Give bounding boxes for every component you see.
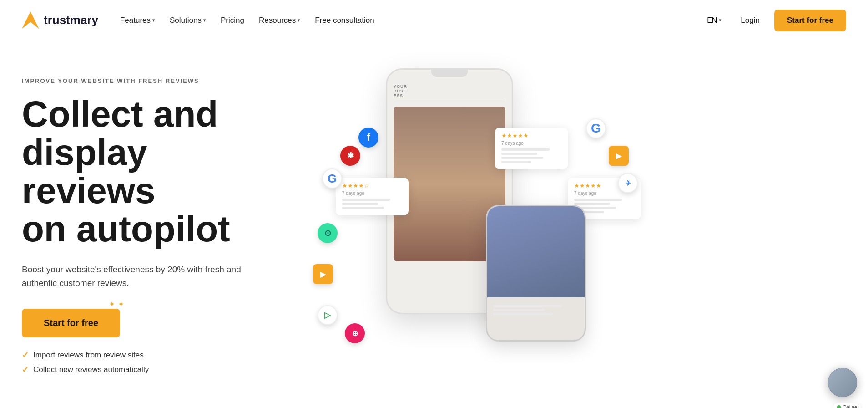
nav-start-button[interactable]: Start for free [774,10,846,31]
hero-start-button[interactable]: Start for free [22,309,120,337]
checkmark-icon: ✓ [22,350,29,360]
chat-online-badge: Online [833,403,861,408]
hero-left: IMPROVE YOUR WEBSITE WITH FRESH REVIEWS … [22,68,331,379]
logo-text: trustmary [44,13,98,27]
language-selector[interactable]: EN ▾ [702,14,726,27]
check-item-2: ✓ Collect new reviews automatically [22,365,149,375]
logo[interactable]: trustmary [22,12,98,29]
yelp-icon: ✱ [340,146,360,166]
hero-title: Collect and display reviews on autopilot [22,95,331,248]
hero-cta: Start for free ✓ Import reviews from rev… [22,309,331,379]
review-card-1: ★★★★★ 7 days ago [495,128,568,169]
chevron-down-icon: ▾ [298,17,300,23]
nav-solutions[interactable]: Solutions ▾ [164,12,212,29]
review-card-2: ★★★★☆ 7 days ago [336,178,409,215]
chevron-down-icon: ▾ [152,17,155,23]
chat-avatar [828,368,857,397]
login-button[interactable]: Login [733,12,767,29]
nav-consultation[interactable]: Free consultation [309,12,379,29]
review-meta-2: 7 days ago [342,191,402,196]
map-icon: ✈ [618,173,638,193]
hero-eyebrow: IMPROVE YOUR WEBSITE WITH FRESH REVIEWS [22,77,331,84]
checkmark-icon: ✓ [22,365,29,375]
orange-arrow-icon: ▶ [609,146,629,166]
orange-brand-icon: ▶ [313,264,333,284]
phone-mockup-secondary [486,205,586,342]
chat-widget[interactable] [828,368,857,397]
facebook-icon: f [358,128,378,148]
navbar: trustmary Features ▾ Solutions ▾ Pricing… [0,0,868,41]
play-store-icon: ▷ [318,305,338,325]
logo-icon [22,12,39,29]
chevron-down-icon: ▾ [719,17,722,23]
online-indicator [837,405,841,408]
tripadvisor-icon: ⊙ [318,223,338,243]
hero-right: YOURBUSIESS ★★★★★ 7 days ago ★★★★☆ 7 day… [331,68,846,387]
phone-notch [431,70,468,77]
nav-resources[interactable]: Resources ▾ [253,12,306,29]
pink-brand-icon: ⊕ [345,323,365,343]
google-icon-right: G [586,118,606,138]
nav-links: Features ▾ Solutions ▾ Pricing Resources… [115,12,380,29]
nav-pricing[interactable]: Pricing [215,12,250,29]
nav-features[interactable]: Features ▾ [115,12,161,29]
nav-right: EN ▾ Login Start for free [702,10,846,31]
review-stars-1: ★★★★★ [501,132,561,139]
review-meta-1: 7 days ago [501,141,561,146]
review-stars-2: ★★★★☆ [342,182,402,189]
online-label: Online [843,404,857,408]
hero-subtitle: Boost your website's effectiveness by 20… [22,263,277,291]
check-item-1: ✓ Import reviews from review sites [22,350,144,360]
google-icon-left: G [322,168,342,189]
phone-face-2-image [487,206,585,297]
hero-section: IMPROVE YOUR WEBSITE WITH FRESH REVIEWS … [0,41,868,408]
chevron-down-icon: ▾ [203,17,206,23]
